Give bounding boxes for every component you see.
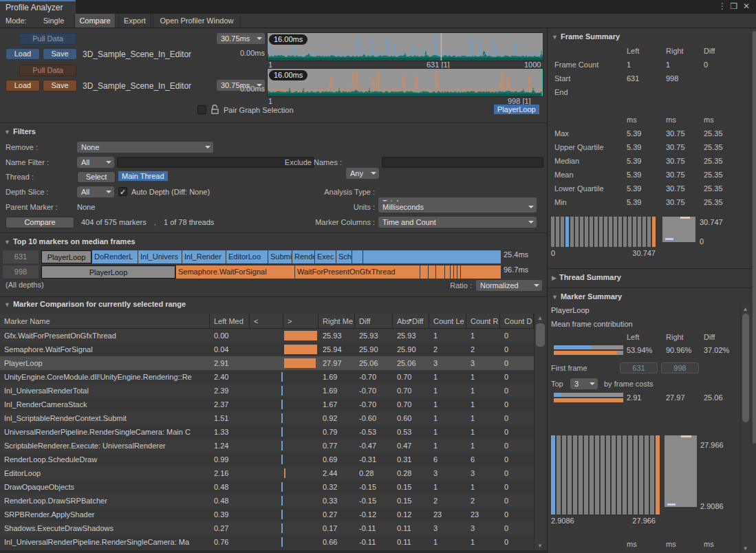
marker-segment[interactable] — [436, 265, 444, 279]
marker-segment[interactable] — [461, 265, 501, 279]
save-right-button[interactable]: Save — [43, 80, 77, 91]
top-count-dropdown[interactable]: 3 — [570, 378, 598, 389]
frame-number-chip[interactable]: 998 — [3, 265, 39, 279]
name-filter-mode-dropdown[interactable]: All — [77, 157, 114, 168]
marker-segment[interactable] — [352, 250, 363, 263]
unlock-icon[interactable] — [210, 104, 220, 115]
depth-mode-dropdown[interactable]: All — [77, 186, 114, 197]
table-row[interactable]: Inl_UniversalRenderPipeline.RenderSingle… — [0, 535, 534, 549]
table-row[interactable]: Inl_RenderCameraStack2.371.67-0.700.7011… — [0, 398, 534, 411]
marker-segment[interactable]: Submi — [268, 250, 292, 263]
load-left-button[interactable]: Load — [6, 48, 40, 60]
window-tab[interactable]: Profile Analyzer — [0, 0, 76, 14]
scroll-down-icon[interactable]: ▼ — [534, 543, 546, 549]
panel-scrollbar-track[interactable] — [752, 28, 756, 553]
marker-segment[interactable]: Semaphore.WaitForSignal — [176, 265, 294, 279]
table-scrollbar-thumb[interactable] — [536, 323, 545, 347]
load-right-button[interactable]: Load — [6, 80, 40, 91]
marker-segment[interactable]: WaitForPresentOnGfxThread — [295, 265, 420, 279]
marker-segment[interactable]: PlayerLoop — [41, 250, 91, 263]
table-row[interactable]: ScriptableRenderer.Execute: UniversalRen… — [0, 439, 534, 453]
column-header[interactable]: Marker Name — [0, 314, 210, 329]
marker-segment[interactable]: Exec — [315, 250, 336, 263]
column-header[interactable]: Abs Diff▼ — [393, 314, 429, 329]
maximize-icon[interactable]: ❒ — [728, 1, 739, 12]
frame-graph-left[interactable]: 16.00ms — [267, 32, 543, 61]
marker-segment[interactable] — [420, 265, 428, 279]
table-row[interactable]: PlayerLoop2.9127.9725.0625.06330 — [0, 356, 534, 370]
table-row[interactable]: RenderLoop.DrawSRPBatcher0.480.33-0.150.… — [0, 494, 534, 508]
range-dropdown-left[interactable]: 30.75ms — [217, 33, 265, 44]
scroll-down-icon[interactable]: ▼ — [741, 545, 750, 552]
table-row[interactable]: EditorLoop2.162.440.280.28330 — [0, 466, 534, 480]
tab-compare[interactable]: Compare — [74, 14, 116, 28]
marker-segment[interactable] — [445, 265, 450, 279]
column-header[interactable]: Diff — [355, 314, 393, 329]
table-row[interactable]: RenderLoop.ScheduleDraw0.990.69-0.310.31… — [0, 453, 534, 466]
marker-segment[interactable] — [457, 265, 460, 279]
table-row[interactable]: UniversalRenderPipeline.RenderSingleCame… — [0, 425, 534, 439]
first-frame-right-button[interactable]: 998 — [661, 362, 699, 373]
column-header[interactable]: Right Me — [318, 314, 355, 329]
pull-data-right-button[interactable]: Pull Data — [19, 65, 76, 76]
column-header[interactable]: Count Le — [429, 314, 466, 329]
cell-name: Gfx.WaitForPresentOnGfxThread — [0, 329, 210, 343]
marker-summary-scrollbar[interactable]: ▲ ▼ — [740, 305, 750, 553]
table-row[interactable]: SRPBRender.ApplyShader0.390.27-0.120.122… — [0, 508, 534, 521]
frame-number-chip[interactable]: 631 — [3, 250, 39, 263]
table-row[interactable]: Inl_UniversalRenderTotal2.391.69-0.700.7… — [0, 384, 534, 398]
column-header[interactable]: Count D — [500, 314, 534, 329]
marker-segment[interactable]: Inl_Univers — [138, 250, 182, 263]
marker-summary-header[interactable]: ▼Marker Summary — [552, 292, 622, 301]
marker-columns-dropdown[interactable]: Time and Count — [378, 217, 537, 228]
top10-header[interactable]: ▼Top 10 markers on median frames — [4, 237, 136, 246]
marker-segment[interactable]: PlayerLoop — [41, 265, 175, 279]
scroll-up-icon[interactable]: ▲ — [534, 315, 546, 321]
comparison-header[interactable]: ▼Marker Comparison for currently selecte… — [4, 300, 186, 308]
filters-header[interactable]: ▼Filters — [4, 127, 36, 135]
table-row[interactable]: DrawOpaqueObjects0.480.32-0.150.15110 — [0, 480, 534, 494]
marker-segment[interactable] — [454, 265, 457, 279]
frame-summary-header[interactable]: ▼Frame Summary — [552, 32, 620, 41]
column-header[interactable]: Left Med — [210, 314, 250, 329]
compare-button[interactable]: Compare — [6, 217, 74, 228]
pull-data-left-button[interactable]: Pull Data — [19, 33, 76, 45]
thread-select-button[interactable]: Select — [77, 171, 116, 183]
kebab-menu-icon[interactable]: ⋮ — [717, 1, 728, 12]
marker-segment[interactable]: Inl_Render — [182, 250, 226, 263]
pair-graph-checkbox[interactable] — [197, 105, 206, 114]
open-profiler-window-button[interactable]: Open Profiler Window — [153, 14, 241, 28]
marker-segment[interactable]: DoRenderL — [92, 250, 138, 263]
first-frame-left-button[interactable]: 631 — [620, 362, 658, 373]
export-button[interactable]: Export — [118, 14, 151, 28]
remove-dropdown[interactable]: None — [77, 142, 213, 153]
units-dropdown[interactable]: Milliseconds — [378, 202, 537, 213]
column-header[interactable]: Count R — [466, 314, 500, 329]
close-icon[interactable]: ✕ — [741, 1, 752, 12]
graph-selection-chip[interactable]: PlayerLoop — [494, 105, 539, 114]
table-row[interactable]: Inl_ScriptableRenderContext.Submit1.510.… — [0, 411, 534, 425]
marker-segment[interactable]: Sch — [336, 250, 352, 263]
table-row[interactable]: Semaphore.WaitForSignal0.0425.9425.9025.… — [0, 343, 534, 356]
auto-depth-checkbox[interactable]: ✓ — [118, 187, 127, 196]
marker-segment[interactable] — [451, 265, 453, 279]
column-header[interactable]: < — [250, 314, 283, 329]
scroll-up-icon[interactable]: ▲ — [741, 306, 750, 312]
frame-graph-right[interactable]: 16.00ms — [267, 68, 543, 97]
table-row[interactable]: UnityEngine.CoreModule.dll!UnityEngine.R… — [0, 370, 534, 384]
table-scrollbar[interactable]: ▲ ▼ — [534, 314, 546, 550]
panel-scrollbar-thumb[interactable] — [753, 31, 756, 444]
tab-single[interactable]: Single — [36, 14, 72, 28]
save-left-button[interactable]: Save — [43, 48, 77, 60]
marker-segment[interactable]: EditorLoo — [226, 250, 268, 263]
table-row[interactable]: Gfx.WaitForPresentOnGfxThread0.0025.9325… — [0, 329, 534, 343]
exclude-names-input[interactable] — [382, 157, 543, 168]
marker-summary-scrollbar-thumb[interactable] — [742, 314, 749, 422]
marker-segment[interactable] — [429, 265, 435, 279]
marker-segment[interactable] — [363, 250, 501, 263]
thread-summary-header[interactable]: ▶Thread Summary — [552, 273, 621, 281]
table-row[interactable]: Shadows.ExecuteDrawShadows0.270.17-0.110… — [0, 521, 534, 535]
ratio-dropdown[interactable]: Normalized — [476, 280, 542, 291]
column-header[interactable]: > — [283, 314, 318, 329]
marker-segment[interactable]: Rende — [292, 250, 314, 263]
